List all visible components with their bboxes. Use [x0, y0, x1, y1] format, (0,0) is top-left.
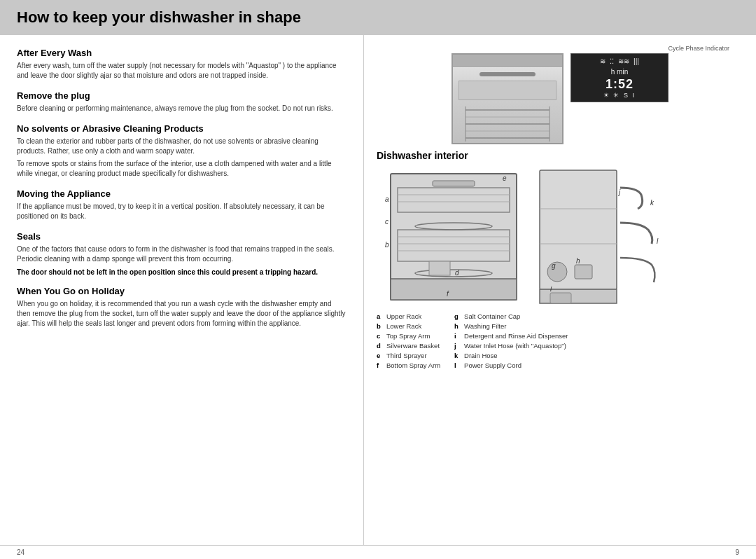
label-j: j [617, 188, 621, 196]
legend-text: Third Sprayer [386, 352, 427, 359]
label-h: h [576, 257, 580, 265]
legend-text: Lower Rack [386, 322, 421, 330]
label-c: c [385, 218, 388, 226]
cycle-icons-row: ≋ ⁚⁚ ≋≋ ||| [600, 57, 639, 65]
legend-letter: h [454, 322, 461, 330]
interior-section-title: Dishwasher interior [377, 150, 743, 161]
page-number-right: 9 [735, 548, 739, 556]
legend-letter: d [377, 342, 384, 350]
dishwasher-front-illustration [451, 53, 564, 144]
legend-text: Power Supply Cord [464, 361, 522, 369]
legend-item: jWater Inlet Hose (with "Aquastop") [454, 342, 568, 350]
legend-item: hWashing Filter [454, 322, 568, 330]
section-text-no-solvents-2: To remove spots or stains from the surfa… [17, 159, 346, 179]
legend-text: Water Inlet Hose (with "Aquastop") [464, 342, 566, 350]
page-footer: 24 9 [0, 545, 756, 559]
section-no-solvents: No solvents or Abrasive Cleaning Product… [17, 123, 346, 179]
legend-text: Drain Hose [464, 352, 498, 359]
legend-item: kDrain Hose [454, 352, 568, 359]
section-remove-plug: Remove the plug Before cleaning or perfo… [17, 90, 346, 113]
legend-section: aUpper RackbLower RackcTop Spray ArmdSil… [377, 312, 743, 369]
section-title-no-solvents: No solvents or Abrasive Cleaning Product… [17, 123, 346, 134]
seals-warning: The door should not be left in the open … [17, 268, 346, 276]
legend-letter: l [454, 361, 461, 369]
svg-rect-19 [429, 261, 450, 275]
label-e: e [503, 174, 507, 182]
legend-item: gSalt Container Cap [454, 312, 568, 320]
cycle-icon-2: ⁚⁚ [610, 57, 614, 65]
section-text-no-solvents-1: To clean the exterior and rubber parts o… [17, 137, 346, 156]
label-b: b [385, 241, 389, 249]
cycle-time-display: 1:52 [606, 77, 634, 92]
cycle-icon-3: ≋≋ [618, 57, 629, 65]
section-holiday: When You Go on Holiday When you go on ho… [17, 286, 346, 329]
legend-text: Silverware Basket [386, 342, 440, 350]
svg-rect-8 [391, 279, 517, 300]
side-diagram-svg-wrap: j k l g h i [536, 167, 662, 307]
legend-letter: e [377, 352, 384, 359]
cycle-indicator-label: Cycle Phase Indicator [377, 45, 729, 52]
label-k-indicator: k [650, 199, 654, 207]
svg-rect-25 [575, 265, 592, 279]
side-diagram-svg: j k l g h i [536, 167, 666, 307]
cycle-symbols-display: ☀ ✳ S I [603, 92, 636, 99]
interior-svg-wrap: a b c d e f [377, 167, 531, 307]
legend-col-right: gSalt Container CaphWashing FilteriDeter… [454, 312, 568, 369]
interior-diagram-svg: a b c d e f [377, 167, 531, 307]
svg-rect-18 [433, 181, 475, 186]
page-title: How to keep your dishwasher in shape [17, 8, 739, 27]
cycle-icon-4: ||| [634, 57, 639, 65]
right-panel: Cycle Phase Indicator [364, 35, 756, 545]
dw-panel [458, 81, 556, 100]
legend-item: bLower Rack [377, 322, 440, 330]
legend-item: aUpper Rack [377, 312, 440, 320]
section-text-seals: One of the factors that cause odors to f… [17, 244, 346, 264]
section-title-remove-plug: Remove the plug [17, 90, 346, 101]
cycle-hmm: h min [611, 68, 628, 76]
dw-handle [479, 72, 536, 76]
section-seals: Seals One of the factors that cause odor… [17, 231, 346, 276]
page-number-left: 24 [17, 548, 24, 556]
legend-letter: a [377, 312, 384, 320]
legend-item: eThird Sprayer [377, 352, 440, 359]
dishwasher-top-area: ≋ ⁚⁚ ≋≋ ||| h min 1:52 ☀ ✳ S I [377, 53, 743, 144]
legend-text: Top Spray Arm [386, 332, 430, 340]
legend-letter: k [454, 352, 461, 359]
cycle-display-panel: ≋ ⁚⁚ ≋≋ ||| h min 1:52 ☀ ✳ S I [570, 53, 668, 102]
page-body: After Every Wash After every wash, turn … [0, 35, 756, 545]
label-g: g [552, 262, 556, 270]
section-title-after-wash: After Every Wash [17, 48, 346, 58]
legend-col-left: aUpper RackbLower RackcTop Spray ArmdSil… [377, 312, 440, 369]
legend-item: iDetergent and Rinse Aid Dispenser [454, 332, 568, 340]
dishwasher-interior-section: Dishwasher interior [377, 150, 743, 369]
legend-letter: j [454, 342, 461, 350]
legend-letter: f [377, 361, 384, 369]
legend-item: cTop Spray Arm [377, 332, 440, 340]
section-text-holiday: When you go on holiday, it is recommende… [17, 299, 346, 329]
dw-interior-hint [458, 103, 556, 143]
legend-letter: c [377, 332, 384, 340]
label-d: d [455, 269, 459, 277]
section-after-every-wash: After Every Wash After every wash, turn … [17, 48, 346, 81]
legend-item: dSilverware Basket [377, 342, 440, 350]
legend-text: Salt Container Cap [464, 312, 520, 320]
section-title-moving-appliance: Moving the Appliance [17, 188, 346, 199]
legend-item: lPower Supply Cord [454, 361, 568, 369]
cycle-icon-1: ≋ [600, 57, 606, 65]
section-title-holiday: When You Go on Holiday [17, 286, 346, 296]
legend-text: Detergent and Rinse Aid Dispenser [464, 332, 568, 340]
section-text-moving-appliance: If the appliance must be moved, try to k… [17, 202, 346, 221]
legend-text: Washing Filter [464, 322, 506, 330]
left-panel: After Every Wash After every wash, turn … [0, 35, 364, 545]
legend-letter: g [454, 312, 461, 320]
svg-point-24 [547, 262, 567, 282]
legend-text: Bottom Spray Arm [386, 361, 440, 369]
legend-item: fBottom Spray Arm [377, 361, 440, 369]
legend-text: Upper Rack [386, 312, 421, 320]
page-header: How to keep your dishwasher in shape [0, 0, 756, 35]
legend-letter: i [454, 332, 461, 340]
label-l-indicator: l [657, 237, 659, 245]
section-text-remove-plug: Before cleaning or performing maintenanc… [17, 104, 346, 113]
label-a: a [385, 195, 389, 203]
dw-top-bar [453, 55, 562, 67]
